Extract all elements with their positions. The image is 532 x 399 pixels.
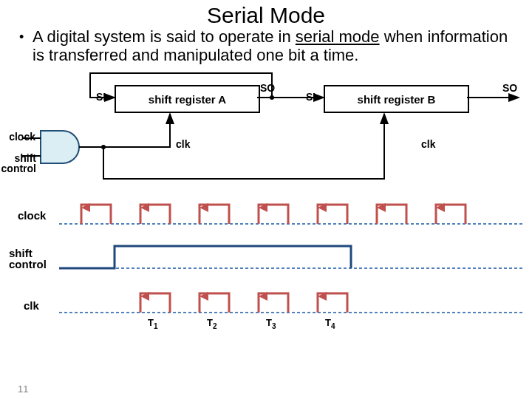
desc-prefix: A digital system is said to operate in <box>33 27 296 46</box>
register-b-box: shift register B <box>324 85 469 113</box>
label-shift-control-input: shift control <box>0 153 36 174</box>
label-si-b: SI <box>306 91 316 103</box>
label-si-a: SI <box>96 91 106 103</box>
register-a-box: shift register A <box>115 85 260 113</box>
page-title: Serial Mode <box>0 3 532 28</box>
label-clk-a: clk <box>176 138 190 150</box>
slide-number: 11 <box>18 383 28 395</box>
label-clk-b: clk <box>421 138 435 150</box>
tick-t3: T3 <box>266 317 276 330</box>
label-clock-input: clock <box>0 131 35 143</box>
timing-diagram: clock shift control clk T1 T2 T3 T4 <box>0 197 532 345</box>
tick-t2: T2 <box>207 317 217 330</box>
tick-t4: T4 <box>325 317 335 330</box>
label-so-a: SO <box>260 82 275 94</box>
desc-underlined: serial mode <box>296 27 380 46</box>
tick-t1: T1 <box>148 317 158 330</box>
timing-label-clk: clk <box>24 299 39 312</box>
timing-label-clock: clock <box>18 209 46 222</box>
description-text: • A digital system is said to operate in… <box>33 28 514 64</box>
bullet-icon: • <box>19 30 24 44</box>
block-diagram: shift register A shift register B SI SO … <box>0 64 532 197</box>
label-so-b: SO <box>502 82 517 94</box>
timing-label-shift-control: shift control <box>9 248 53 270</box>
